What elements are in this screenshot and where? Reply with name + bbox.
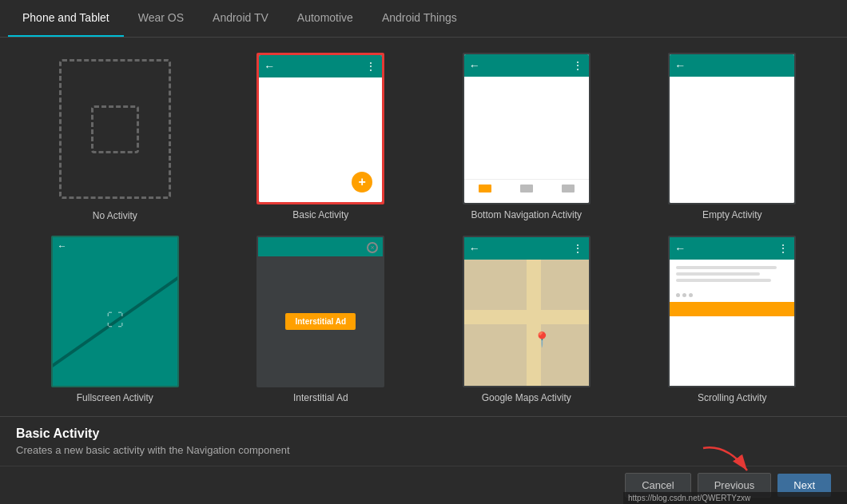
map-pin: 📍 [533, 331, 551, 348]
back-icon-maps: ← [469, 242, 480, 255]
tab-android-tv[interactable]: Android TV [198, 0, 283, 37]
scrolling-toolbar: ← ⋮ [670, 237, 794, 260]
content-line-1 [676, 266, 777, 269]
template-card-bottom-navigation[interactable]: ← ⋮ [427, 50, 626, 224]
ad-toolbar [258, 237, 383, 256]
tab-android-things[interactable]: Android Things [368, 0, 471, 37]
template-card-empty-activity[interactable]: ← Empty Activity [634, 50, 832, 224]
tab-automotive[interactable]: Automotive [283, 0, 368, 37]
bottom-nav-mockup: ← ⋮ [464, 54, 589, 203]
fullscreen-toolbar: ← [53, 237, 177, 255]
map-body: 📍 [464, 260, 589, 386]
bottom-nav-preview: ← ⋮ [463, 53, 591, 204]
ad-banner: Interstitial Ad [285, 313, 356, 330]
red-arrow-decoration [695, 440, 759, 480]
maps-mockup: ← ⋮ 📍 [464, 237, 589, 386]
empty-activity-body [670, 77, 794, 203]
ad-mockup: × Interstitial Ad [258, 237, 383, 386]
bottom-nav-body [464, 77, 589, 179]
dot-2 [682, 293, 686, 297]
expand-icon: ⛶ [106, 310, 124, 331]
interstitial-ad-preview: × Interstitial Ad [256, 236, 384, 387]
template-card-google-maps[interactable]: ← ⋮ 📍 Google Maps Activity [427, 232, 626, 407]
bnav-item-2 [515, 185, 538, 199]
menu-icon-2: ⋮ [572, 59, 584, 72]
bottom-nav-bar [464, 179, 589, 203]
bnav-item-1 [474, 185, 496, 199]
bottom-nav-label: Bottom Navigation Activity [471, 209, 582, 220]
tab-wear-os[interactable]: Wear OS [124, 0, 198, 37]
scrolling-preview: ← ⋮ [668, 236, 796, 387]
tab-phone-tablet[interactable]: Phone and Tablet [8, 0, 124, 37]
empty-activity-preview: ← [668, 53, 796, 204]
content-line-2 [676, 272, 760, 276]
fullscreen-preview: ← ⛶ [51, 236, 179, 387]
basic-activity-preview: ← ⋮ + [256, 53, 384, 204]
footer-buttons: Cancel Previous Next https://blog.csdn.n… [0, 466, 847, 504]
maps-toolbar: ← ⋮ [464, 237, 589, 260]
template-card-interstitial-ad[interactable]: × Interstitial Ad Interstitial Ad [222, 232, 420, 407]
scrolling-content-lines [670, 260, 794, 288]
bottom-nav-toolbar: ← ⋮ [464, 54, 589, 77]
basic-activity-label: Basic Activity [292, 209, 348, 220]
back-icon: ← [264, 60, 275, 73]
back-icon-2: ← [469, 59, 480, 72]
empty-toolbar: ← [670, 54, 794, 77]
template-card-scrolling[interactable]: ← ⋮ Scrolling Activity [634, 232, 832, 407]
empty-activity-mockup: ← [670, 54, 794, 203]
menu-icon: ⋮ [365, 60, 377, 73]
bnav-icon-active [479, 185, 491, 192]
menu-icon-maps: ⋮ [572, 242, 584, 255]
basic-activity-toolbar: ← ⋮ [259, 55, 382, 77]
fullscreen-body: ⛶ [53, 255, 177, 386]
maps-preview: ← ⋮ 📍 [463, 236, 591, 387]
back-icon-fs: ← [58, 240, 67, 252]
no-activity-preview [59, 59, 171, 199]
url-bar: https://blog.csdn.net/QWERTYzxw [623, 492, 847, 504]
scrolling-yellow-bar [670, 302, 794, 316]
ad-body: × Interstitial Ad [258, 256, 383, 386]
dot-1 [676, 293, 680, 297]
template-card-fullscreen[interactable]: ← ⛶ Fullscreen Activity [16, 232, 214, 407]
no-activity-inner-box [91, 105, 139, 153]
bnav-icon-inactive-2 [562, 185, 575, 192]
back-icon-3: ← [674, 59, 686, 72]
template-grid-container: No Activity ← ⋮ + Basic Activity [0, 38, 847, 416]
tab-bar: Phone and Tablet Wear OS Android TV Auto… [0, 0, 847, 38]
interstitial-ad-label: Interstitial Ad [293, 392, 348, 403]
bnav-icon-inactive-1 [520, 185, 533, 192]
template-card-basic-activity[interactable]: ← ⋮ + Basic Activity [222, 50, 420, 224]
scrolling-mockup: ← ⋮ [670, 237, 794, 386]
fab-button: + [352, 172, 372, 192]
selected-activity-name: Basic Activity [16, 427, 831, 441]
scrolling-dots [670, 288, 794, 302]
template-grid: No Activity ← ⋮ + Basic Activity [16, 50, 831, 407]
menu-icon-scroll: ⋮ [777, 242, 789, 255]
fullscreen-mockup: ← ⛶ [53, 237, 177, 386]
content-line-3 [676, 279, 771, 282]
bnav-item-3 [557, 185, 579, 199]
maps-label: Google Maps Activity [482, 392, 571, 403]
scrolling-label: Scrolling Activity [698, 392, 767, 403]
basic-activity-body: + [259, 77, 382, 202]
template-card-no-activity[interactable]: No Activity [16, 50, 214, 224]
empty-activity-label: Empty Activity [702, 209, 762, 220]
dot-3 [689, 293, 693, 297]
back-icon-scroll: ← [674, 242, 686, 255]
map-road-vertical [527, 260, 541, 386]
fullscreen-label: Fullscreen Activity [77, 392, 153, 403]
basic-activity-mockup: ← ⋮ + [259, 55, 382, 202]
no-activity-label: No Activity [93, 210, 137, 221]
